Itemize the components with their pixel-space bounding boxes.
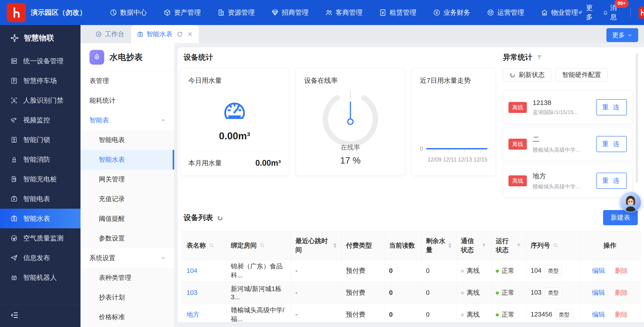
sidebar-item-parking[interactable]: 智慧停车场	[0, 71, 80, 90]
filter-funnel-icon[interactable]	[516, 243, 522, 248]
scrollbar[interactable]	[636, 53, 638, 183]
search-icon[interactable]	[260, 242, 265, 248]
diamond-icon	[271, 9, 279, 16]
tabbar-more-button[interactable]: 更多	[606, 28, 638, 42]
sidebar-item-fire[interactable]: 智能消防	[0, 150, 80, 169]
refresh-status-button[interactable]: 刷新状态	[503, 68, 551, 82]
park-name[interactable]: 演示园区（勿改）	[31, 8, 86, 17]
submenu-item-threshold-alerts[interactable]: 阈值提醒	[80, 209, 174, 228]
nav-more[interactable]: 更多	[578, 3, 595, 22]
col-remaining-water[interactable]: 剩余水量	[422, 231, 456, 260]
submenu-item-meter-mgmt[interactable]: 表管理	[80, 71, 174, 91]
collapse-sidebar-icon[interactable]	[10, 311, 19, 320]
col-current-reading[interactable]: 当前读数	[384, 231, 422, 260]
submenu-item-smart-water-meter[interactable]: 智能水表	[80, 150, 174, 170]
nav-operations[interactable]: 运营管理	[487, 8, 524, 17]
smart-hardware-config-button[interactable]: 智能硬件配置	[556, 68, 608, 82]
exception-list: 离线 12138 蓝湖国际/1/15/15... 重 连 离线	[503, 90, 632, 198]
submenu-item-reading-plan[interactable]: 抄表计划	[80, 288, 174, 307]
submenu-item-price-standard[interactable]: 价格标准	[80, 307, 174, 327]
heartbeat-cell: -	[291, 304, 342, 322]
serial-cell: 103类型	[526, 282, 580, 304]
comm-status-cell: 离线	[456, 304, 491, 322]
bound-room-cell: 新河城/新河城1栋3...	[226, 282, 291, 304]
user-avatar	[639, 6, 644, 18]
submenu-item-system-settings[interactable]: 系统设置	[80, 248, 174, 268]
meter-name-link[interactable]: 地方	[186, 311, 200, 318]
nav-investment-mgmt[interactable]: 招商管理	[271, 8, 308, 17]
col-bound-room[interactable]: 绑定房间	[226, 231, 291, 260]
col-serial[interactable]: 序列号	[526, 231, 580, 260]
filter-funnel-icon[interactable]	[481, 243, 486, 248]
submenu-item-parameter-settings[interactable]: 参数设置	[80, 228, 174, 248]
tab-workbench[interactable]: 工作台	[88, 25, 131, 43]
sidebar-item-robot[interactable]: 智能机器人	[0, 268, 80, 288]
sidebar-item-unified-device[interactable]: 统一设备管理	[0, 51, 80, 71]
edit-link[interactable]: 编辑	[592, 311, 605, 318]
type-tag-button[interactable]: 类型	[556, 310, 573, 320]
col-last-heartbeat[interactable]: 最近心跳时间	[291, 231, 342, 260]
exception-item: 离线 12138 蓝湖国际/1/15/15... 重 连	[503, 90, 632, 124]
new-meter-button[interactable]: 新建表	[603, 210, 638, 225]
delete-link[interactable]: 删除	[615, 311, 628, 318]
messages-button[interactable]: 消息 99+	[603, 3, 622, 22]
edit-link[interactable]: 编辑	[592, 267, 605, 274]
tab-refresh-icon[interactable]	[177, 31, 183, 37]
nav-merchant-mgmt[interactable]: 客商管理	[325, 8, 362, 17]
submenu-item-gateway-mgmt[interactable]: 网关管理	[80, 170, 174, 189]
col-run-status[interactable]: 运行状态	[491, 231, 526, 260]
reconnect-button[interactable]: 重 连	[596, 99, 627, 116]
exception-device-location: 赣榆城头高级中学...	[533, 183, 590, 190]
tab-close-icon[interactable]	[187, 31, 193, 37]
normal-dot	[496, 313, 499, 316]
sidebar-item-video[interactable]: 视频监控	[0, 110, 80, 130]
sidebar-item-elec-meter[interactable]: 智能电表	[0, 189, 80, 209]
nav-resource-mgmt[interactable]: 资源管理	[217, 8, 255, 17]
actions-cell: 编辑删除	[580, 260, 640, 282]
submenu-item-smart-meter[interactable]: 智能表	[80, 110, 174, 130]
trend-line-chart: 0	[420, 146, 488, 163]
submenu-item-meter-type-mgmt[interactable]: 表种类管理	[80, 268, 174, 288]
refresh-list-icon[interactable]	[217, 214, 224, 221]
sort-icon[interactable]	[448, 243, 452, 248]
sidebar-item-water-meter[interactable]: 智能水表	[0, 209, 80, 228]
delete-link[interactable]: 删除	[615, 289, 628, 296]
sidebar-item-info-publish[interactable]: 信息发布	[0, 248, 80, 268]
col-pay-type[interactable]: 付费类型	[342, 231, 384, 260]
reconnect-button[interactable]: 重 连	[596, 136, 627, 152]
reconnect-button[interactable]: 重 连	[596, 173, 627, 189]
tab-smart-water-meter[interactable]: 智能水表	[131, 25, 199, 43]
chevron-down-icon	[628, 33, 632, 38]
sidebar-item-face-access[interactable]: 人脸识别门禁	[0, 90, 80, 110]
search-icon[interactable]	[209, 242, 214, 248]
search-icon[interactable]	[553, 242, 558, 248]
sidebar-item-air-quality[interactable]: 空气质量监测	[0, 228, 80, 248]
nav-finance[interactable]: 业务财务	[433, 8, 470, 17]
sidebar-item-door-lock[interactable]: 智能门锁	[0, 130, 80, 150]
assistant-avatar[interactable]	[620, 192, 641, 212]
submenu-item-smart-elec-meter[interactable]: 智能电表	[80, 130, 174, 150]
submenu-item-recharge-records[interactable]: 充值记录	[80, 189, 174, 209]
delete-link[interactable]: 删除	[615, 267, 628, 274]
nav-asset-mgmt[interactable]: 资产管理	[164, 8, 201, 17]
col-meter-name[interactable]: 表名称	[182, 231, 226, 260]
nav-data-center[interactable]: 数据中心	[110, 8, 147, 17]
user-menu[interactable]: 王鹏飞	[639, 0, 644, 26]
nav-property-mgmt[interactable]: 物业管理	[541, 8, 578, 17]
type-tag-button[interactable]: 类型	[544, 288, 562, 298]
submenu-item-energy-stats[interactable]: 能耗统计	[80, 91, 174, 110]
brand-logo[interactable]	[7, 3, 26, 22]
sidebar-item-charging[interactable]: 智能充电桩	[0, 169, 80, 189]
yen-coin-icon	[433, 9, 440, 16]
axis-tick	[434, 150, 434, 152]
nav-lease-mgmt[interactable]: 租赁管理	[379, 8, 416, 17]
edit-link[interactable]: 编辑	[592, 289, 605, 296]
meter-name-link[interactable]: 103	[186, 289, 197, 296]
filter-funnel-icon[interactable]	[536, 54, 543, 61]
leaf-icon	[10, 234, 18, 242]
sort-icon[interactable]	[333, 243, 337, 248]
meter-name-link[interactable]: 104	[186, 267, 197, 274]
type-tag-button[interactable]: 类型	[544, 266, 562, 276]
col-comm-status[interactable]: 通信状态	[456, 231, 491, 260]
user-avatar-logo-icon	[639, 9, 644, 16]
